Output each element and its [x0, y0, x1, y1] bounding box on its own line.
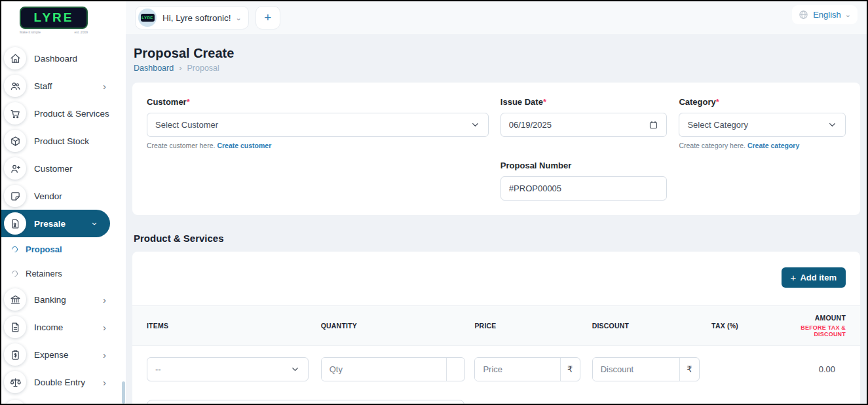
- circle-bullet-icon: [10, 269, 19, 278]
- page-title: Proposal Create: [134, 46, 860, 61]
- chevron-right-icon: ›: [179, 63, 181, 73]
- proposal-number-field-group: Proposal Number #PROP00005: [500, 161, 668, 201]
- calendar-icon: [649, 120, 658, 130]
- sidebar-item-vendor[interactable]: Vendor: [1, 182, 126, 210]
- topbar: LYRE Hi, Lyre softronic! ⌄ + English ⌄: [126, 1, 867, 34]
- sidebar-nav: Dashboard Staff › Product & Services: [1, 45, 126, 396]
- description-textarea[interactable]: [147, 400, 464, 404]
- add-item-button[interactable]: + Add item: [782, 267, 846, 288]
- sidebar-item-label: Banking: [34, 295, 66, 305]
- circle-bullet-icon: [10, 245, 19, 254]
- sidebar-item-presale[interactable]: Presale ›: [1, 210, 110, 237]
- user-plus-icon: [4, 157, 26, 180]
- globe-icon: [799, 10, 808, 20]
- sidebar-item-label: Presale: [34, 219, 66, 229]
- required-asterisk: *: [543, 97, 546, 107]
- home-icon: [4, 47, 26, 69]
- rupee-icon: ₹: [679, 358, 699, 381]
- sidebar-item-budget-planner[interactable]: Budget Planner: [1, 397, 126, 404]
- income-icon: [4, 316, 26, 338]
- user-menu[interactable]: LYRE Hi, Lyre softronic! ⌄: [135, 6, 249, 29]
- brand-logo: LYRE: [20, 7, 88, 29]
- chevron-right-icon: ›: [103, 377, 106, 387]
- sidebar-item-label: Product Stock: [34, 136, 89, 146]
- create-customer-link[interactable]: Create customer: [217, 142, 271, 149]
- issue-date-input[interactable]: 06/19/2025: [500, 113, 668, 137]
- sidebar-item-dashboard[interactable]: Dashboard: [1, 45, 126, 72]
- issue-date-field-group: Issue Date* 06/19/2025: [500, 97, 668, 149]
- col-header-amount: AMOUNT BEFORE TAX & DISCOUNT: [790, 314, 846, 338]
- category-select[interactable]: Select Category: [679, 113, 846, 137]
- price-input-group: ₹: [474, 357, 580, 381]
- sidebar-subitem-label: Retainers: [26, 269, 62, 279]
- quick-add-button[interactable]: +: [255, 6, 280, 29]
- sidebar-subitem-proposal[interactable]: Proposal: [1, 237, 126, 261]
- chevron-down-icon: ⌄: [236, 14, 242, 22]
- chevron-down-icon: ›: [90, 222, 100, 225]
- sidebar-item-income[interactable]: Income ›: [1, 313, 126, 341]
- avatar-logo: LYRE: [141, 14, 155, 22]
- cart-icon: [4, 102, 26, 125]
- sidebar-item-product-services[interactable]: Product & Services: [1, 100, 126, 127]
- sidebar-scrollbar[interactable]: [122, 381, 125, 404]
- col-header-tax: TAX (%): [711, 322, 790, 330]
- col-header-items: ITEMS: [147, 322, 321, 330]
- vendor-icon: [4, 185, 26, 207]
- logo-link[interactable]: LYRE Make it simple est. 2009: [1, 1, 126, 34]
- quantity-input-group: [321, 357, 466, 381]
- products-section-heading: Product & Services: [134, 233, 860, 244]
- required-asterisk: *: [187, 97, 190, 107]
- sidebar-item-product-stock[interactable]: Product Stock: [1, 127, 126, 155]
- sidebar-item-staff[interactable]: Staff ›: [1, 72, 126, 100]
- customer-select[interactable]: Select Customer: [147, 113, 489, 137]
- chevron-down-icon: ⌄: [845, 10, 851, 19]
- discount-input[interactable]: [593, 358, 679, 381]
- item-select[interactable]: --: [147, 357, 309, 381]
- sidebar-item-label: Customer: [34, 164, 73, 174]
- language-label: English: [813, 10, 841, 20]
- presale-icon: [4, 212, 26, 235]
- app-window: LYRE Make it simple est. 2009 Dashboard …: [0, 0, 868, 405]
- chevron-down-icon: [290, 364, 300, 374]
- issue-date-label: Issue Date*: [500, 97, 668, 107]
- language-selector[interactable]: English ⌄: [792, 5, 858, 24]
- expense-icon: [4, 343, 26, 366]
- customer-field-group: Customer* Select Customer Create custome…: [147, 97, 489, 149]
- col-header-quantity: QUANTITY: [321, 322, 475, 330]
- category-field-group: Category* Select Category Create categor…: [679, 97, 846, 149]
- sidebar-subitem-label: Proposal: [26, 244, 62, 254]
- item-row: --: [147, 346, 846, 393]
- brand-tagline: Make it simple: [20, 30, 41, 34]
- proposal-number-input[interactable]: #PROP00005: [500, 176, 668, 201]
- sidebar-item-double-entry[interactable]: Double Entry ›: [1, 368, 126, 396]
- chevron-right-icon: ›: [103, 81, 106, 91]
- users-icon: [4, 75, 26, 97]
- quantity-input[interactable]: [322, 358, 447, 381]
- chevron-down-icon: [827, 120, 837, 130]
- sidebar-item-expense[interactable]: Expense ›: [1, 341, 126, 368]
- sidebar-item-label: Income: [34, 322, 63, 332]
- avatar: LYRE: [138, 9, 157, 27]
- chevron-right-icon: ›: [103, 322, 106, 332]
- sidebar-item-label: Product & Services: [34, 109, 109, 119]
- main-area: LYRE Hi, Lyre softronic! ⌄ + English ⌄ P…: [126, 1, 867, 404]
- products-card: + Add item ITEMS QUANTITY PRICE DISCOUNT…: [132, 252, 860, 404]
- breadcrumb: Dashboard › Proposal: [134, 63, 860, 73]
- create-category-link[interactable]: Create category: [747, 142, 799, 149]
- price-input[interactable]: [475, 358, 559, 381]
- customer-label: Customer*: [147, 97, 489, 107]
- sidebar-item-banking[interactable]: Banking ›: [1, 286, 126, 313]
- scales-icon: [4, 371, 26, 393]
- sidebar-item-label: Dashboard: [34, 54, 77, 64]
- items-table-header: ITEMS QUANTITY PRICE DISCOUNT TAX (%) AM…: [132, 305, 860, 346]
- plus-icon: +: [791, 272, 797, 283]
- page-content: Proposal Create Dashboard › Proposal Cus…: [126, 34, 867, 404]
- sidebar-item-customer[interactable]: Customer: [1, 155, 126, 182]
- sidebar-subitem-retainers[interactable]: Retainers: [1, 261, 126, 286]
- sidebar-item-label: Staff: [34, 81, 52, 91]
- quantity-addon: [446, 358, 464, 381]
- sidebar-item-label: Vendor: [34, 191, 62, 201]
- package-icon: [4, 130, 26, 152]
- category-label: Category*: [679, 97, 846, 107]
- breadcrumb-dashboard-link[interactable]: Dashboard: [134, 64, 174, 73]
